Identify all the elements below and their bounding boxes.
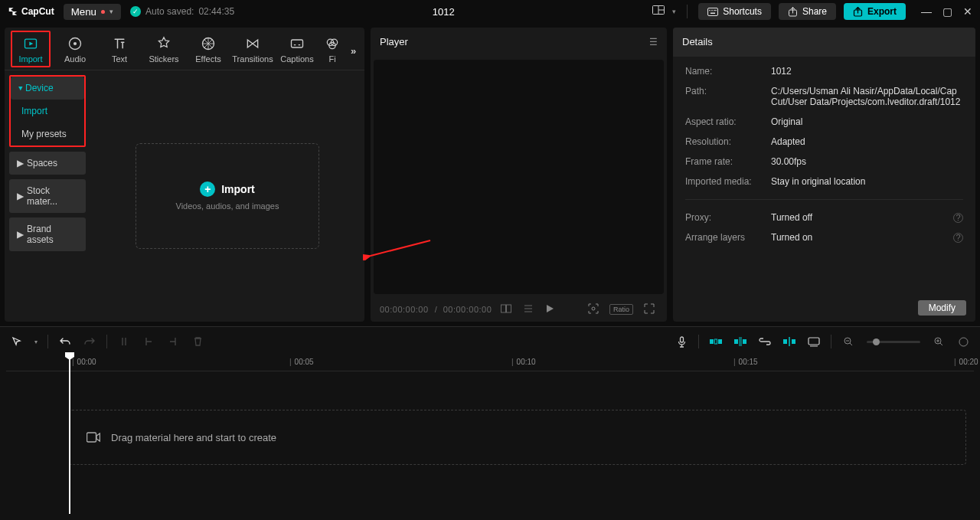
layout-icon[interactable] — [652, 5, 665, 18]
annotation-box-sidebar: ▶ Device Import My presets — [9, 75, 86, 147]
svg-rect-38 — [792, 339, 795, 344]
maximize-button[interactable]: ▢ — [942, 5, 952, 18]
zoom-slider[interactable] — [867, 341, 920, 343]
tab-transitions[interactable]: Transitions — [236, 32, 270, 70]
timeline-ruler[interactable]: |00:00 |00:05 |00:10 |00:15 |00:20 — [6, 353, 974, 371]
undo-button[interactable] — [54, 332, 76, 351]
svg-line-44 — [850, 343, 852, 345]
separator — [685, 199, 963, 200]
link-button[interactable] — [754, 332, 776, 351]
shortcuts-button[interactable]: Shortcuts — [698, 3, 771, 20]
sidebar-label: Device — [25, 83, 54, 93]
ratio-button[interactable]: Ratio — [609, 304, 633, 315]
tab-stickers-label: Stickers — [149, 54, 178, 64]
trim-right-button[interactable] — [162, 332, 184, 351]
tab-stickers[interactable]: Stickers — [147, 32, 181, 70]
details-title: Details — [682, 36, 713, 47]
preview-render-button[interactable] — [803, 332, 825, 351]
sidebar-item-import[interactable]: Import — [11, 100, 84, 123]
chevron-right-icon: ▶ — [17, 158, 24, 168]
selection-tool[interactable] — [6, 332, 28, 351]
tab-effects[interactable]: Effects — [191, 32, 225, 70]
play-button[interactable] — [542, 303, 557, 316]
sidebar-item-my-presets[interactable]: My presets — [11, 123, 84, 146]
svg-marker-12 — [29, 42, 33, 46]
tab-captions[interactable]: Captions — [280, 32, 314, 70]
filters-icon — [324, 35, 341, 52]
detail-row-proxy: Proxy: Turned off ? — [685, 212, 963, 223]
mic-button[interactable] — [671, 332, 692, 351]
svg-rect-23 — [507, 305, 511, 312]
delete-button[interactable] — [187, 332, 208, 351]
tab-text-label: Text — [112, 54, 127, 64]
fullscreen-icon[interactable] — [641, 302, 658, 317]
zoom-in-button[interactable] — [928, 332, 949, 351]
close-button[interactable]: ✕ — [963, 5, 972, 18]
ruler-tick: |00:10 — [511, 358, 536, 366]
player-header: Player ☰ — [371, 28, 667, 57]
svg-point-14 — [74, 42, 77, 45]
dropzone-title: Import — [221, 183, 255, 195]
details-header: Details — [673, 28, 975, 57]
detail-label: Resolution: — [685, 136, 762, 147]
tab-filters[interactable]: Fi — [325, 32, 340, 70]
detail-label: Arrange layers — [685, 232, 762, 243]
zoom-fit-button[interactable] — [952, 332, 974, 351]
zoom-slider-knob[interactable] — [873, 338, 880, 345]
sidebar-item-spaces[interactable]: ▶ Spaces — [9, 152, 86, 175]
tabs-more-button[interactable]: » — [351, 45, 359, 57]
separator — [47, 335, 48, 348]
magnet-main-button[interactable] — [705, 332, 727, 351]
panel-menu-icon[interactable]: ☰ — [649, 37, 658, 47]
trim-left-button[interactable] — [138, 332, 159, 351]
modify-button[interactable]: Modify — [918, 300, 966, 316]
playhead[interactable] — [69, 353, 70, 514]
share-button[interactable]: Share — [779, 3, 836, 20]
chevron-down-icon: ▶ — [18, 87, 24, 90]
player-title: Player — [380, 36, 408, 47]
magnet-all-button[interactable] — [730, 332, 751, 351]
sidebar-item-stock[interactable]: ▶ Stock mater... — [9, 179, 86, 213]
project-title[interactable]: 1012 — [243, 6, 643, 18]
zoom-out-button[interactable] — [838, 332, 859, 351]
titlebar: CapCut Menu ▾ ✓ Auto saved: 02:44:35 101… — [0, 0, 980, 23]
focus-icon[interactable] — [585, 302, 602, 317]
details-footer: Modify — [673, 294, 975, 322]
import-dropzone[interactable]: + Import Videos, audios, and images — [136, 143, 319, 249]
sidebar-item-brand[interactable]: ▶ Brand assets — [9, 217, 86, 251]
track-dropzone[interactable]: Drag material here and start to create — [69, 410, 966, 465]
tab-filters-label: Fi — [328, 54, 335, 64]
sidebar-item-device[interactable]: ▶ Device — [11, 77, 84, 100]
info-icon[interactable]: ? — [953, 233, 963, 243]
tab-text[interactable]: Text — [103, 32, 136, 70]
detail-value: 1012 — [771, 66, 963, 77]
detail-label: Frame rate: — [685, 156, 762, 167]
tab-import[interactable]: Import — [14, 32, 47, 70]
info-icon[interactable]: ? — [953, 213, 963, 223]
player-viewport[interactable] — [374, 60, 664, 294]
list-icon[interactable] — [521, 303, 536, 316]
split-button[interactable] — [113, 332, 135, 351]
menu-button[interactable]: Menu ▾ — [64, 4, 121, 20]
svg-rect-8 — [710, 12, 715, 14]
minimize-button[interactable]: — — [921, 5, 932, 18]
selection-dropdown[interactable]: ▾ — [31, 332, 41, 351]
compare-icon[interactable] — [498, 303, 514, 316]
snap-button[interactable] — [779, 332, 800, 351]
tab-audio[interactable]: Audio — [58, 32, 92, 70]
svg-line-48 — [940, 343, 942, 345]
timecode-current: 00:00:00:00 — [380, 305, 429, 314]
chevron-right-icon: ▶ — [17, 191, 24, 201]
chevron-right-icon: ▶ — [17, 229, 24, 240]
audio-icon — [67, 35, 83, 52]
sidebar-label: My presets — [21, 129, 67, 139]
timeline-tracks[interactable]: Drag material here and start to create — [6, 371, 974, 514]
redo-button[interactable] — [79, 332, 100, 351]
chevron-down-icon[interactable]: ▾ — [672, 8, 676, 15]
svg-rect-32 — [715, 339, 717, 344]
tab-effects-label: Effects — [195, 54, 220, 64]
detail-value: Turned on — [771, 232, 944, 243]
dropzone-subtitle: Videos, audios, and images — [176, 201, 279, 211]
ruler-tick: |00:00 — [72, 358, 96, 366]
export-button[interactable]: Export — [844, 3, 906, 20]
